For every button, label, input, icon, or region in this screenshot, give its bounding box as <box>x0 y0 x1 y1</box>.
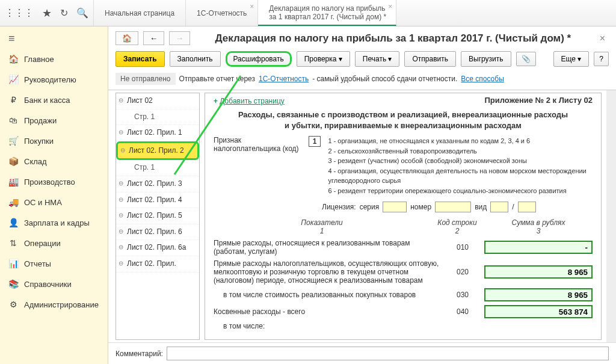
collapse-icon[interactable]: ⊖ <box>119 196 123 203</box>
tree-item[interactable]: ⊖Лист 02. Прил. 3 <box>116 176 199 193</box>
sidebar-item-main[interactable]: 🏠Главное <box>0 49 108 69</box>
cart-icon: 🛒 <box>8 136 18 146</box>
tab-1c-report[interactable]: 1С-Отчетность × <box>186 0 258 26</box>
tree-item[interactable]: ⊖Лист 02. Прил. 5 <box>116 208 199 224</box>
close-icon[interactable]: × <box>250 2 254 11</box>
attach-button[interactable]: 📎 <box>516 52 536 66</box>
collapse-icon[interactable]: ⊖ <box>119 96 123 104</box>
apps-icon[interactable]: ⋮⋮⋮ <box>5 7 34 19</box>
scrollbar[interactable] <box>606 90 616 342</box>
comment-input[interactable] <box>167 347 609 360</box>
sidebar-item-catalogs[interactable]: 📚Справочники <box>0 274 108 294</box>
row-value-input[interactable] <box>484 265 593 279</box>
collapse-icon[interactable]: ⊖ <box>119 243 123 251</box>
tree-item[interactable]: ⊖Лист 02. Прил. 6а <box>116 240 199 256</box>
sidebar-item-sales[interactable]: 🛍Продажи <box>0 110 108 131</box>
forward-button[interactable]: → <box>169 31 190 45</box>
decode-button[interactable]: Расшифровать <box>226 51 292 67</box>
row-value-input[interactable] <box>484 288 593 301</box>
license-series-input[interactable] <box>383 202 407 212</box>
star-icon[interactable]: ★ <box>42 7 52 20</box>
sidebar-item-admin[interactable]: ⚙Администрирование <box>0 294 108 315</box>
tree-item[interactable]: ⊖Лист 02. Прил. 4 <box>116 193 199 209</box>
note-line: 1 - организация, не относящаяся к указан… <box>328 136 593 146</box>
search-icon[interactable]: 🔍 <box>76 7 88 19</box>
gear-icon: ⚙ <box>8 300 18 309</box>
column-headers: Показатели1 Код строки2 Сумма в рублях3 <box>214 218 593 235</box>
collapse-icon[interactable]: ⊖ <box>120 146 125 154</box>
sidebar-label: Руководителю <box>24 75 76 84</box>
taxpayer-code[interactable]: 1 <box>309 136 321 147</box>
tree-label: Стр. 1 <box>134 163 155 171</box>
history-icon[interactable]: ↻ <box>60 7 68 19</box>
tree-item[interactable]: ⊖Лист 02. Прил. 6 <box>116 224 199 241</box>
sidebar-item-manager[interactable]: 📈Руководителю <box>0 69 108 90</box>
collapse-icon[interactable]: ⊖ <box>119 227 123 235</box>
col3-num: 3 <box>484 227 593 235</box>
send-button[interactable]: Отправить <box>404 51 456 67</box>
sidebar-item-warehouse[interactable]: 📦Склад <box>0 151 108 171</box>
tree-item[interactable]: Стр. 1 <box>116 110 199 126</box>
link-1c-report[interactable]: 1С-Отчетность <box>259 75 309 83</box>
tree-item[interactable]: ⊖Лист 02. Прил. 1 <box>116 125 199 141</box>
tree-item[interactable]: ⊖Лист 02. Прил. <box>116 256 199 273</box>
barchart-icon: 📊 <box>8 259 18 268</box>
row-label: Прямые расходы, относящиеся к реализован… <box>214 239 441 256</box>
collapse-icon[interactable]: ⊖ <box>119 179 123 187</box>
home-button[interactable]: 🏠 <box>116 31 138 45</box>
factory-icon: 🏭 <box>8 177 18 187</box>
row-code: 010 <box>445 243 481 251</box>
export-button[interactable]: Выгрузить <box>461 51 511 67</box>
collapse-icon[interactable]: ⊖ <box>119 211 123 219</box>
collapse-icon[interactable]: ⊖ <box>119 128 123 136</box>
sidebar-item-bank[interactable]: ₽Банк и касса <box>0 90 108 110</box>
sidebar-item-operations[interactable]: ⇅Операции <box>0 233 108 253</box>
home-icon: 🏠 <box>8 54 18 64</box>
tree-label: Лист 02. Прил. 4 <box>127 196 182 204</box>
license-number-label: номер <box>410 203 431 211</box>
sidebar-item-reports[interactable]: 📊Отчеты <box>0 253 108 274</box>
sheet-tree[interactable]: ⊖Лист 02 Стр. 1 ⊖Лист 02. Прил. 1 ⊖Лист … <box>116 93 200 340</box>
row-value-input[interactable] <box>484 305 593 318</box>
sidebar-label: Продажи <box>24 116 57 125</box>
license-type-input[interactable] <box>490 202 508 212</box>
close-icon[interactable]: × <box>388 2 392 11</box>
burger-icon[interactable]: ≡ <box>0 29 108 49</box>
tree-label: Лист 02 <box>127 96 153 105</box>
collapse-icon[interactable]: ⊖ <box>119 259 123 267</box>
content: 🏠 ← → Декларация по налогу на прибыль за… <box>108 26 616 364</box>
row-code: 020 <box>445 268 481 276</box>
sidebar-item-purchases[interactable]: 🛒Покупки <box>0 131 108 151</box>
save-button[interactable]: Записать <box>116 51 165 67</box>
sidebar-label: Отчеты <box>24 259 51 268</box>
fill-button[interactable]: Заполнить <box>170 51 221 67</box>
license-series-label: серия <box>360 203 380 211</box>
sidebar-item-assets[interactable]: 🚚ОС и НМА <box>0 192 108 212</box>
sidebar-item-production[interactable]: 🏭Производство <box>0 171 108 192</box>
link-all-methods[interactable]: Все способы <box>461 75 504 83</box>
tab-declaration[interactable]: Декларация по налогу на прибыль за 1 ква… <box>258 0 396 26</box>
tree-item[interactable]: Стр. 1 <box>116 160 199 176</box>
tree-label: Лист 02. Прил. 6 <box>127 227 182 236</box>
check-button[interactable]: Проверка ▾ <box>297 51 350 67</box>
more-button[interactable]: Еще ▾ <box>553 51 590 67</box>
help-button[interactable]: ? <box>594 52 609 66</box>
tree-item[interactable]: ⊖Лист 02 <box>116 93 199 110</box>
license-type2-input[interactable] <box>518 202 536 212</box>
close-button[interactable]: × <box>596 33 609 44</box>
note-line: 4 - организация, осуществляющая деятельн… <box>328 166 593 186</box>
tree-item-selected[interactable]: ⊖Лист 02. Прил. 2 <box>116 141 199 161</box>
back-button[interactable]: ← <box>143 31 164 45</box>
tree-label: Стр. 1 <box>134 113 155 121</box>
tab-start-page[interactable]: Начальная страница <box>94 0 186 26</box>
plus-icon: + <box>214 97 218 105</box>
license-number-input[interactable] <box>435 202 471 212</box>
form-area: + Добавить страницу Приложение № 2 к Лис… <box>205 93 602 340</box>
row-code: 040 <box>445 307 481 316</box>
add-page-link[interactable]: Добавить страницу <box>220 97 284 105</box>
row-label: Косвенные расходы - всего <box>214 307 441 316</box>
row-value-input[interactable] <box>484 241 593 254</box>
sidebar-item-salary[interactable]: 👤Зарплата и кадры <box>0 212 108 233</box>
print-button[interactable]: Печать ▾ <box>355 51 400 67</box>
chart-icon: 📈 <box>8 75 18 84</box>
